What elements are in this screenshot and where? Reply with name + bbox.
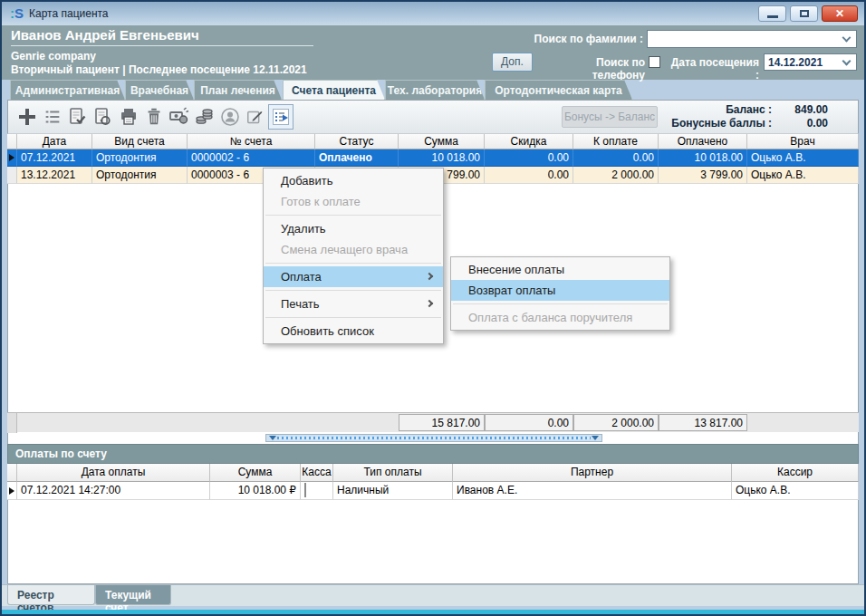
- bottom-tab-current-invoice[interactable]: Текущий счет: [95, 585, 171, 605]
- menu-item-refresh-list[interactable]: Обновить список: [264, 321, 443, 342]
- more-button[interactable]: Доп.: [492, 53, 533, 72]
- add-invoice-button[interactable]: [14, 104, 40, 130]
- menu-item-print[interactable]: Печать: [264, 294, 443, 314]
- maximize-button[interactable]: [790, 5, 818, 22]
- invoice-type-cell[interactable]: Ортодонтия: [92, 167, 188, 184]
- splitter-arrow-icon[interactable]: [592, 436, 599, 440]
- menu-separator: [265, 263, 441, 264]
- coins-icon: [194, 106, 216, 128]
- row-marker-icon: [9, 487, 14, 495]
- splitter-arrow-icon[interactable]: [269, 436, 276, 440]
- row-marker-icon: [9, 154, 14, 161]
- menu-item-label: Оплата: [281, 270, 322, 284]
- column-header-payment-type[interactable]: Тип оплаты: [333, 464, 453, 482]
- payment-date-cell[interactable]: 07.12.2021 14:27:00: [17, 482, 210, 500]
- invoice-paid-cell[interactable]: 10 018.00: [659, 149, 747, 167]
- invoice-doctor-cell[interactable]: Оцько А.В.: [747, 149, 859, 167]
- close-button[interactable]: ✕: [822, 5, 858, 22]
- navigator-button[interactable]: [268, 104, 293, 130]
- invoice-refresh-icon: [92, 106, 114, 128]
- chevron-down-icon[interactable]: [842, 56, 852, 65]
- submenu-item-make-payment[interactable]: Внесение оплаты: [451, 259, 669, 280]
- splitter-track[interactable]: [277, 437, 591, 439]
- cash-register-checkbox[interactable]: [304, 483, 306, 497]
- column-header-date[interactable]: Дата: [17, 134, 92, 149]
- menu-item-add[interactable]: Добавить: [264, 170, 443, 191]
- tab-patient-invoices[interactable]: Счета пациента: [283, 80, 385, 100]
- payment-type-cell[interactable]: Наличный: [333, 482, 453, 500]
- invoice-sum-cell[interactable]: 10 018.00: [399, 149, 485, 167]
- invoice-status-cell[interactable]: Оплачено: [315, 149, 399, 167]
- visit-date-combobox[interactable]: 14.12.2021: [764, 53, 857, 71]
- column-header-topay[interactable]: К оплате: [573, 134, 659, 149]
- total-sum: 15 817.00: [399, 414, 485, 431]
- payment-button[interactable]: [167, 104, 192, 130]
- invoice-topay-cell[interactable]: 0.00: [573, 149, 659, 167]
- maximize-icon: [800, 10, 809, 17]
- tab-tech-laboratory[interactable]: Тех. лаборатория: [385, 80, 485, 100]
- payment-cash-register-cell[interactable]: [301, 482, 333, 500]
- search-phone-checkbox[interactable]: [649, 56, 660, 68]
- invoice-date-cell[interactable]: 07.12.2021: [17, 149, 92, 167]
- patient-button[interactable]: [217, 104, 243, 130]
- invoice-row-selected[interactable]: 07.12.2021 Ортодонтия 0000002 - 6 Оплаче…: [7, 149, 859, 167]
- column-header-payment-date[interactable]: Дата оплаты: [17, 464, 210, 482]
- submenu-item-refund-payment[interactable]: Возврат оплаты: [451, 280, 669, 301]
- invoice-type-cell[interactable]: Ортодонтия: [92, 149, 188, 167]
- tab-administrative[interactable]: Административная: [10, 80, 125, 100]
- column-header-discount[interactable]: Скидка: [485, 134, 573, 149]
- minimize-button[interactable]: [758, 5, 786, 22]
- patient-info: Вторичный пациент | Последнее посещение …: [11, 63, 307, 76]
- column-header-partner[interactable]: Партнер: [453, 464, 732, 482]
- search-lastname-input[interactable]: [648, 31, 843, 47]
- submenu-arrow-icon: [426, 272, 433, 279]
- tab-medical[interactable]: Врачебная: [125, 80, 194, 100]
- menu-item-payment[interactable]: Оплата: [264, 266, 443, 287]
- coins-button[interactable]: [192, 104, 217, 130]
- list-icon: [43, 107, 63, 127]
- column-header-paid[interactable]: Оплачено: [659, 134, 747, 149]
- column-header-cashier[interactable]: Кассир: [732, 464, 859, 482]
- menu-item-change-doctor: Смена лечащего врача: [264, 239, 443, 260]
- payment-cashier-cell[interactable]: Оцько А.В.: [732, 482, 859, 500]
- invoice-topay-cell[interactable]: 2 000.00: [573, 167, 659, 184]
- payment-partner-cell[interactable]: Иванов А.Е.: [453, 482, 732, 500]
- menu-item-delete[interactable]: Удалить: [264, 218, 443, 239]
- trash-icon: [144, 107, 164, 127]
- tab-treatment-plan[interactable]: План лечения: [194, 80, 282, 100]
- payment-sum-cell[interactable]: 10 018.00 ₽: [210, 482, 301, 500]
- total-topay: 2 000.00: [573, 414, 659, 431]
- invoice-refresh-button[interactable]: [91, 104, 116, 130]
- invoice-discount-cell[interactable]: 0.00: [485, 167, 573, 184]
- print-button[interactable]: [116, 104, 141, 130]
- marker-column-header: [7, 134, 17, 149]
- invoice-paid-cell[interactable]: 3 799.00: [659, 167, 747, 184]
- column-header-cash-register[interactable]: Касса: [301, 464, 333, 482]
- column-header-payment-sum[interactable]: Сумма: [210, 464, 301, 482]
- payment-submenu: Внесение оплаты Возврат оплаты Оплата с …: [450, 256, 670, 331]
- column-header-status[interactable]: Статус: [315, 134, 399, 149]
- edit-button[interactable]: [243, 104, 268, 130]
- bottom-tab-invoice-registry[interactable]: Реестр счетов: [7, 585, 95, 605]
- payment-row[interactable]: 07.12.2021 14:27:00 10 018.00 ₽ Наличный…: [7, 482, 859, 500]
- invoices-totals-row: 15 817.00 0.00 2 000.00 13 817.00: [7, 412, 859, 432]
- invoice-discount-cell[interactable]: 0.00: [485, 149, 573, 167]
- search-lastname-combobox[interactable]: [647, 30, 857, 48]
- search-phone-label: Поиск по телефону: [542, 56, 645, 82]
- list-button[interactable]: [40, 104, 65, 130]
- submenu-arrow-icon: [426, 299, 433, 306]
- tab-orthodontic-card[interactable]: Ортодонтическая карта: [485, 80, 632, 100]
- horizontal-splitter[interactable]: [265, 434, 602, 442]
- column-header-type[interactable]: Вид счета: [92, 134, 188, 149]
- invoice-ready-button[interactable]: [65, 104, 91, 130]
- invoice-doctor-cell[interactable]: Оцько А.В.: [747, 167, 859, 184]
- invoice-context-menu: Добавить Готов к оплате Удалить Смена ле…: [263, 168, 444, 344]
- delete-button[interactable]: [141, 104, 167, 130]
- invoice-number-cell[interactable]: 0000002 - 6: [188, 149, 315, 167]
- column-header-sum[interactable]: Сумма: [399, 134, 485, 149]
- invoice-date-cell[interactable]: 13.12.2021: [17, 167, 92, 184]
- column-header-doctor[interactable]: Врач: [747, 134, 859, 149]
- total-discount: 0.00: [485, 414, 573, 431]
- payments-table: Дата оплаты Сумма Касса Тип оплаты Партн…: [7, 464, 859, 500]
- column-header-number[interactable]: № счета: [188, 134, 315, 149]
